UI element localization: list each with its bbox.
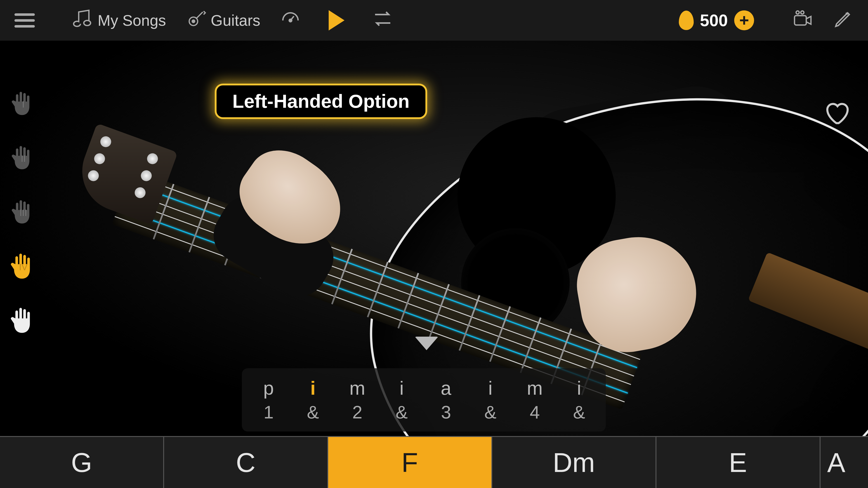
- loop-button[interactable]: [367, 8, 398, 32]
- coin-icon: [679, 11, 694, 30]
- guitars-button[interactable]: Guitars: [180, 8, 266, 32]
- hand-level-label: II: [21, 154, 26, 164]
- pattern-beat-3[interactable]: m 2: [335, 377, 379, 423]
- guitar-viewport: I II III IV Left-Handed Option: [0, 41, 868, 436]
- gauge-icon: [280, 8, 301, 32]
- pattern-beat-8[interactable]: i &: [557, 377, 601, 423]
- chord-next-partial[interactable]: A: [820, 437, 868, 488]
- hand-level-label: III: [20, 208, 27, 218]
- hand-level-label: IV: [19, 262, 28, 272]
- hand-level-3[interactable]: III: [6, 194, 40, 228]
- svg-point-0: [84, 20, 91, 26]
- hand-level-1[interactable]: I: [6, 86, 40, 120]
- pencil-icon: [833, 8, 854, 32]
- pattern-beat-4[interactable]: i &: [379, 377, 424, 423]
- chord-f-active[interactable]: F: [328, 437, 492, 488]
- play-icon: [329, 10, 344, 31]
- svg-point-2: [192, 20, 195, 22]
- hand-level-rail: I II III IV: [6, 86, 40, 337]
- menu-button[interactable]: [9, 13, 40, 28]
- svg-point-3: [289, 19, 291, 22]
- camera-button[interactable]: [787, 8, 819, 32]
- loop-icon: [373, 8, 393, 32]
- pattern-beat-6[interactable]: i &: [468, 377, 513, 423]
- play-button[interactable]: [315, 10, 358, 31]
- svg-point-5: [801, 11, 804, 14]
- chord-dm[interactable]: Dm: [492, 437, 656, 488]
- my-songs-button[interactable]: My Songs: [67, 8, 171, 32]
- edit-button[interactable]: [828, 8, 859, 32]
- music-note-icon: [73, 8, 93, 32]
- tempo-button[interactable]: [275, 8, 306, 32]
- chord-c[interactable]: C: [164, 437, 328, 488]
- chord-g[interactable]: G: [0, 437, 164, 488]
- coin-count: 500: [700, 11, 728, 30]
- chord-bar: G C F Dm E A: [0, 436, 868, 488]
- chord-e[interactable]: E: [656, 437, 820, 488]
- guitars-label: Guitars: [211, 11, 260, 29]
- svg-rect-6: [795, 15, 806, 25]
- pattern-beat-5[interactable]: a 3: [424, 377, 468, 423]
- coin-balance[interactable]: 500 +: [673, 8, 761, 33]
- hand-level-label: I: [22, 99, 24, 109]
- guitar-icon: [186, 8, 206, 32]
- hand-level-5[interactable]: [6, 303, 40, 337]
- svg-point-4: [796, 11, 799, 14]
- hand-level-2[interactable]: II: [6, 140, 40, 174]
- top-toolbar: My Songs Guitars 500 +: [0, 0, 868, 41]
- my-songs-label: My Songs: [98, 11, 166, 29]
- pattern-beat-2-active[interactable]: i &: [291, 377, 335, 423]
- camera-icon: [793, 8, 813, 32]
- pattern-beat-1[interactable]: p 1: [246, 377, 291, 423]
- add-coins-button[interactable]: +: [734, 10, 754, 30]
- pattern-beat-7[interactable]: m 4: [513, 377, 557, 423]
- hand-level-4-active[interactable]: IV: [6, 249, 40, 283]
- pattern-strip[interactable]: p 1 i & m 2 i & a 3 i & m 4 i &: [242, 368, 606, 431]
- position-marker-icon[interactable]: [415, 337, 438, 350]
